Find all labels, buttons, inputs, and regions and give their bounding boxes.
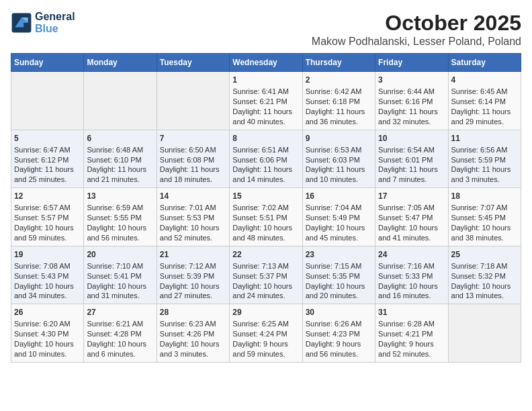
weekday-header-monday: Monday	[84, 54, 157, 72]
day-info: Sunset: 5:37 PM	[232, 271, 299, 281]
day-info: Sunrise: 7:12 AM	[160, 261, 226, 271]
day-number: 11	[451, 133, 518, 144]
calendar-cell: 15Sunrise: 7:02 AMSunset: 5:51 PMDayligh…	[230, 188, 302, 246]
calendar-cell	[157, 72, 229, 130]
calendar-cell: 18Sunrise: 7:07 AMSunset: 5:45 PMDayligh…	[448, 188, 521, 246]
day-info: Sunset: 5:39 PM	[160, 271, 226, 281]
day-info: Daylight: 11 hours and 10 minutes.	[306, 165, 372, 185]
day-info: Sunrise: 6:48 AM	[87, 145, 153, 155]
page-subtitle: Makow Podhalanski, Lesser Poland, Poland	[312, 36, 521, 48]
day-number: 6	[87, 133, 153, 144]
day-info: Daylight: 10 hours and 13 minutes.	[451, 281, 518, 302]
day-info: Daylight: 10 hours and 56 minutes.	[87, 223, 153, 243]
calendar-cell	[448, 304, 521, 363]
day-number: 4	[451, 75, 518, 85]
logo: General Blue	[11, 11, 75, 35]
calendar-cell: 22Sunrise: 7:13 AMSunset: 5:37 PMDayligh…	[230, 246, 302, 304]
day-info: Sunrise: 7:15 AM	[306, 261, 372, 271]
day-info: Sunset: 6:08 PM	[160, 155, 226, 165]
day-number: 30	[306, 307, 372, 318]
page-header: General Blue October 2025 Makow Podhalan…	[11, 11, 521, 48]
calendar-cell: 25Sunrise: 7:18 AMSunset: 5:32 PMDayligh…	[448, 246, 521, 304]
weekday-header-saturday: Saturday	[448, 54, 521, 72]
weekday-header-thursday: Thursday	[302, 54, 375, 72]
day-info: Daylight: 11 hours and 40 minutes.	[232, 107, 299, 127]
day-number: 28	[160, 307, 226, 318]
day-info: Sunrise: 6:57 AM	[14, 203, 81, 213]
calendar-cell: 30Sunrise: 6:26 AMSunset: 4:23 PMDayligh…	[302, 304, 375, 363]
page-title: October 2025	[312, 11, 521, 36]
day-info: Sunrise: 6:44 AM	[378, 87, 445, 97]
day-number: 26	[14, 307, 81, 318]
day-info: Daylight: 10 hours and 27 minutes.	[160, 281, 226, 302]
calendar-table: SundayMondayTuesdayWednesdayThursdayFrid…	[11, 53, 521, 363]
calendar-cell: 14Sunrise: 7:01 AMSunset: 5:53 PMDayligh…	[157, 188, 229, 246]
day-number: 21	[160, 249, 226, 260]
day-info: Daylight: 9 hours and 59 minutes.	[232, 339, 299, 359]
day-info: Sunrise: 7:16 AM	[378, 261, 445, 271]
day-info: Sunrise: 7:13 AM	[232, 261, 299, 271]
day-info: Sunset: 5:45 PM	[451, 213, 518, 223]
calendar-cell	[11, 72, 84, 130]
calendar-cell: 17Sunrise: 7:05 AMSunset: 5:47 PMDayligh…	[375, 188, 448, 246]
calendar-cell: 24Sunrise: 7:16 AMSunset: 5:33 PMDayligh…	[375, 246, 448, 304]
day-info: Sunset: 5:33 PM	[378, 271, 445, 281]
calendar-week-3: 12Sunrise: 6:57 AMSunset: 5:57 PMDayligh…	[11, 188, 521, 246]
day-info: Sunrise: 6:21 AM	[87, 319, 153, 329]
day-info: Sunrise: 7:08 AM	[14, 261, 81, 271]
day-info: Sunset: 5:49 PM	[306, 213, 372, 223]
calendar-cell: 13Sunrise: 6:59 AMSunset: 5:55 PMDayligh…	[84, 188, 157, 246]
day-info: Sunset: 5:57 PM	[14, 213, 81, 223]
day-info: Daylight: 10 hours and 20 minutes.	[306, 281, 372, 302]
day-number: 24	[378, 249, 445, 260]
calendar-cell: 4Sunrise: 6:45 AMSunset: 6:14 PMDaylight…	[448, 72, 521, 130]
day-number: 27	[87, 307, 153, 318]
logo-icon	[11, 12, 32, 34]
day-info: Sunset: 5:59 PM	[451, 155, 518, 165]
day-info: Sunrise: 7:18 AM	[451, 261, 518, 271]
day-info: Daylight: 11 hours and 25 minutes.	[14, 165, 81, 185]
weekday-header-wednesday: Wednesday	[230, 54, 302, 72]
day-number: 12	[14, 191, 81, 201]
calendar-cell: 19Sunrise: 7:08 AMSunset: 5:43 PMDayligh…	[11, 246, 84, 304]
day-info: Sunrise: 7:01 AM	[160, 203, 226, 213]
day-info: Daylight: 10 hours and 59 minutes.	[14, 223, 81, 243]
calendar-cell: 2Sunrise: 6:42 AMSunset: 6:18 PMDaylight…	[302, 72, 375, 130]
day-number: 22	[232, 249, 299, 260]
day-info: Sunrise: 6:25 AM	[232, 319, 299, 329]
day-info: Daylight: 11 hours and 18 minutes.	[160, 165, 226, 185]
day-info: Sunrise: 6:42 AM	[306, 87, 372, 97]
day-info: Daylight: 11 hours and 32 minutes.	[378, 107, 445, 127]
day-info: Sunrise: 6:53 AM	[306, 145, 372, 155]
day-info: Daylight: 9 hours and 56 minutes.	[306, 339, 372, 359]
day-number: 9	[306, 133, 372, 144]
day-info: Sunrise: 7:02 AM	[232, 203, 299, 213]
day-number: 31	[378, 307, 445, 318]
day-number: 1	[232, 75, 299, 85]
day-info: Sunset: 4:30 PM	[14, 329, 81, 339]
calendar-cell: 1Sunrise: 6:41 AMSunset: 6:21 PMDaylight…	[230, 72, 302, 130]
calendar-cell: 20Sunrise: 7:10 AMSunset: 5:41 PMDayligh…	[84, 246, 157, 304]
day-info: Daylight: 10 hours and 34 minutes.	[14, 281, 81, 302]
day-number: 23	[306, 249, 372, 260]
day-info: Sunrise: 6:59 AM	[87, 203, 153, 213]
day-info: Daylight: 9 hours and 52 minutes.	[378, 339, 445, 359]
day-number: 13	[87, 191, 153, 201]
day-info: Sunset: 5:55 PM	[87, 213, 153, 223]
day-number: 25	[451, 249, 518, 260]
day-info: Sunset: 4:24 PM	[232, 329, 299, 339]
logo-blue: Blue	[35, 23, 75, 35]
calendar-cell: 29Sunrise: 6:25 AMSunset: 4:24 PMDayligh…	[230, 304, 302, 363]
calendar-cell: 23Sunrise: 7:15 AMSunset: 5:35 PMDayligh…	[302, 246, 375, 304]
calendar-cell: 21Sunrise: 7:12 AMSunset: 5:39 PMDayligh…	[157, 246, 229, 304]
day-info: Sunset: 6:03 PM	[306, 155, 372, 165]
day-info: Sunset: 5:41 PM	[87, 271, 153, 281]
day-info: Sunset: 5:43 PM	[14, 271, 81, 281]
day-info: Sunset: 6:10 PM	[87, 155, 153, 165]
day-info: Sunrise: 6:41 AM	[232, 87, 299, 97]
day-info: Sunset: 5:35 PM	[306, 271, 372, 281]
day-info: Sunset: 5:47 PM	[378, 213, 445, 223]
day-number: 29	[232, 307, 299, 318]
calendar-cell: 10Sunrise: 6:54 AMSunset: 6:01 PMDayligh…	[375, 130, 448, 188]
day-number: 8	[232, 133, 299, 144]
